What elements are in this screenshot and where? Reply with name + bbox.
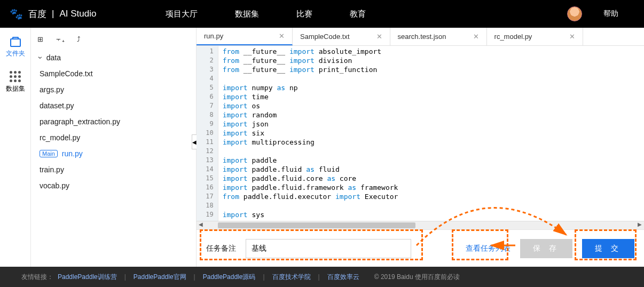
file-run[interactable]: Mainrun.py	[37, 146, 190, 162]
scroll-thumb[interactable]	[218, 222, 415, 228]
brand-cn: 百度	[28, 8, 46, 20]
file-tree: ›data SampleCode.txt args.py dataset.py …	[31, 50, 196, 194]
file-paragraph[interactable]: paragraph_extraction.py	[37, 114, 190, 130]
bottom-bar: 任务备注 查看任务列表 保 存 提 交	[197, 229, 644, 267]
submit-button[interactable]: 提 交	[582, 239, 634, 258]
editor-tabs: run.py✕ SampleCode.txt✕ search.test.json…	[197, 28, 644, 46]
code-text[interactable]: from __future__ import absolute_importfr…	[218, 46, 403, 221]
file-args[interactable]: args.py	[37, 82, 190, 98]
file-samplecode[interactable]: SampleCode.txt	[37, 66, 190, 82]
chevron-down-icon: ›	[36, 57, 45, 59]
footer-link-4[interactable]: 百度效率云	[327, 273, 359, 282]
tab-sample[interactable]: SampleCode.txt✕	[293, 28, 390, 45]
code-editor[interactable]: 12345678910111213141516171819▸2021222324…	[197, 46, 644, 221]
file-rcmodel[interactable]: rc_model.py	[37, 130, 190, 146]
close-icon[interactable]: ✕	[376, 33, 382, 41]
file-dataset[interactable]: dataset.py	[37, 98, 190, 114]
main-badge: Main	[40, 150, 58, 157]
file-vocab[interactable]: vocab.py	[37, 178, 190, 194]
folder-icon	[10, 38, 21, 47]
footer-link-0[interactable]: PaddlePaddle训练营	[58, 273, 117, 282]
nav-projects[interactable]: 项目大厅	[166, 9, 198, 19]
gutter: 12345678910111213141516171819▸2021222324	[197, 46, 218, 221]
top-nav: 项目大厅 数据集 比赛 教育	[166, 9, 366, 19]
file-train[interactable]: train.py	[37, 162, 190, 178]
file-pane: ⊞ ⫟₊ ⤴ ›data SampleCode.txt args.py data…	[31, 28, 197, 267]
save-button[interactable]: 保 存	[520, 239, 572, 258]
nav-datasets[interactable]: 数据集	[235, 9, 259, 19]
collapse-handle[interactable]: ◀	[192, 134, 197, 149]
tab-dataset[interactable]: 数据集	[6, 71, 25, 93]
footer-label: 友情链接：	[21, 273, 53, 282]
avatar[interactable]	[567, 6, 582, 21]
main-area: 文件夹 数据集 ⊞ ⫟₊ ⤴ ›data SampleCode.txt args…	[0, 28, 644, 267]
help-link[interactable]: 帮助	[603, 9, 618, 19]
tab-search[interactable]: search.test.json✕	[390, 28, 487, 45]
left-strip: 文件夹 数据集	[0, 28, 31, 267]
folder-data[interactable]: ›data	[37, 50, 190, 66]
paw-icon: 🐾	[10, 7, 23, 20]
file-toolbar: ⊞ ⫟₊ ⤴	[31, 33, 196, 50]
copyright: © 2019 Baidu 使用百度前必读	[374, 273, 460, 282]
tab-files[interactable]: 文件夹	[6, 38, 25, 58]
brand-en: AI Studio	[59, 9, 96, 19]
scroll-left-icon[interactable]: ◀	[199, 221, 203, 227]
footer-link-2[interactable]: PaddlePaddle源码	[203, 273, 256, 282]
task-note-input[interactable]	[246, 239, 411, 258]
upload-icon[interactable]: ⤴	[77, 35, 81, 43]
editor-pane: ◀ run.py✕ SampleCode.txt✕ search.test.js…	[197, 28, 644, 267]
nav-compete[interactable]: 比赛	[296, 9, 312, 19]
close-icon[interactable]: ✕	[569, 33, 575, 41]
task-note-label: 任务备注	[206, 244, 236, 253]
h-scrollbar[interactable]: ◀ ▶	[197, 221, 644, 229]
scroll-right-icon[interactable]: ▶	[638, 221, 642, 227]
footer-link-1[interactable]: PaddlePaddle官网	[133, 273, 186, 282]
footer: 友情链接： PaddlePaddle训练营| PaddlePaddle官网| P…	[0, 267, 644, 287]
new-folder-icon[interactable]: ⫟₊	[55, 35, 65, 43]
footer-link-3[interactable]: 百度技术学院	[272, 273, 311, 282]
tab-rcmodel[interactable]: rc_model.py✕	[487, 28, 583, 45]
new-file-icon[interactable]: ⊞	[37, 35, 43, 43]
logo: 🐾 百度 | AI Studio	[10, 7, 96, 20]
grid-icon	[10, 71, 21, 82]
top-bar: 🐾 百度 | AI Studio 项目大厅 数据集 比赛 教育 帮助	[0, 0, 644, 28]
close-icon[interactable]: ✕	[473, 33, 479, 41]
nav-edu[interactable]: 教育	[350, 9, 366, 19]
tab-run[interactable]: run.py✕	[197, 28, 293, 45]
view-task-list-link[interactable]: 查看任务列表	[466, 244, 511, 253]
close-icon[interactable]: ✕	[279, 32, 285, 40]
